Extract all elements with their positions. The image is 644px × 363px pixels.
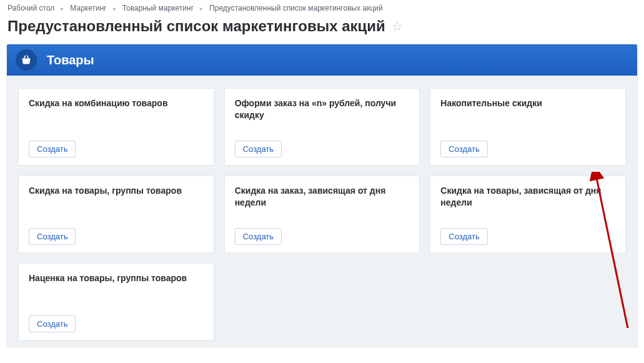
panel-header: Товары: [7, 44, 637, 76]
basket-icon: [16, 49, 37, 71]
create-button[interactable]: Создать: [29, 228, 76, 245]
star-icon[interactable]: ☆: [392, 19, 403, 34]
card-title: Наценка на товары, группы товаров: [29, 272, 204, 284]
page-header: Предустановленный список маркетинговых а…: [0, 12, 644, 44]
chevron-right-icon: ▸: [61, 5, 64, 12]
promo-card: Скидка на комбинацию товаров Создать: [18, 88, 214, 166]
create-button[interactable]: Создать: [29, 141, 76, 157]
goods-panel: Товары Скидка на комбинацию товаров Созд…: [6, 44, 638, 347]
promo-card: Скидка на товары, зависящая от дня недел…: [430, 176, 626, 253]
create-button[interactable]: Создать: [235, 228, 282, 245]
promo-card: Скидка на товары, группы товаров Создать: [18, 176, 214, 253]
cards-grid: Скидка на комбинацию товаров Создать Офо…: [7, 76, 637, 347]
card-title: Оформи заказ на «n» рублей, получи скидк…: [235, 97, 410, 121]
breadcrumb-link[interactable]: Товарный маркетинг: [122, 4, 194, 12]
breadcrumb-link[interactable]: Рабочий стол: [7, 4, 54, 12]
promo-card: Оформи заказ на «n» рублей, получи скидк…: [224, 88, 420, 166]
card-title: Скидка на комбинацию товаров: [29, 97, 204, 109]
create-button[interactable]: Создать: [440, 228, 487, 245]
promo-card: Наценка на товары, группы товаров Создат…: [18, 263, 214, 341]
promo-card: Скидка на заказ, зависящая от дня недели…: [224, 176, 420, 253]
chevron-right-icon: ▸: [113, 5, 116, 12]
create-button[interactable]: Создать: [235, 141, 282, 157]
breadcrumb-link[interactable]: Маркетинг: [70, 4, 106, 12]
breadcrumb: Рабочий стол ▸ Маркетинг ▸ Товарный марк…: [0, 0, 644, 12]
panel-title: Товары: [47, 53, 94, 67]
breadcrumb-link[interactable]: Предустановленный список маркетинговых а…: [209, 4, 383, 12]
promo-card: Накопительные скидки Создать: [430, 88, 626, 166]
card-title: Накопительные скидки: [440, 97, 615, 109]
card-title: Скидка на товары, группы товаров: [29, 185, 204, 197]
card-title: Скидка на товары, зависящая от дня недел…: [440, 185, 615, 209]
create-button[interactable]: Создать: [440, 141, 487, 157]
chevron-right-icon: ▸: [200, 5, 203, 12]
create-button[interactable]: Создать: [29, 316, 76, 332]
card-title: Скидка на заказ, зависящая от дня недели: [235, 185, 410, 209]
page-title: Предустановленный список маркетинговых а…: [7, 17, 385, 35]
